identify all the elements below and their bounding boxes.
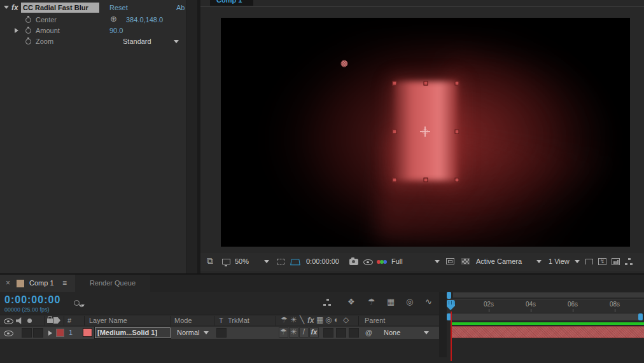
magnification-value[interactable]: 50%: [235, 257, 249, 265]
solid-color-swatch[interactable]: [83, 328, 92, 337]
motion-blur-column-icon[interactable]: ◎: [325, 316, 332, 324]
motion-blur-cell[interactable]: [336, 328, 346, 338]
composition-tab[interactable]: Comp 1: [210, 0, 253, 6]
camera-dropdown-arrow-icon[interactable]: [536, 260, 542, 263]
resolution-icon[interactable]: [446, 258, 454, 264]
param-value-center[interactable]: 384.0,148.0: [126, 16, 163, 24]
transparency-grid-icon[interactable]: [461, 258, 470, 264]
frame-blend-cell[interactable]: [323, 328, 333, 338]
navigator-start-handle[interactable]: [447, 292, 451, 299]
column-parent[interactable]: Parent: [365, 317, 385, 324]
monitor-icon[interactable]: [222, 259, 230, 264]
ecp-scrollbar[interactable]: [186, 0, 197, 273]
frame-blending-icon[interactable]: ▦: [387, 298, 395, 306]
stopwatch-icon[interactable]: [25, 28, 31, 34]
timeline-button-icon[interactable]: [612, 258, 620, 265]
work-area-bar[interactable]: [447, 313, 643, 320]
flowchart-button-icon[interactable]: [625, 258, 633, 265]
playhead-line[interactable]: [451, 312, 452, 361]
solo-toggle-cell[interactable]: [33, 328, 43, 338]
panel-divider[interactable]: [197, 0, 200, 273]
blend-mode-dropdown[interactable]: Normal: [173, 327, 213, 338]
layer-label-color[interactable]: [56, 329, 64, 337]
param-value-amount[interactable]: 90.0: [109, 27, 123, 34]
channel-value[interactable]: Full: [391, 257, 403, 265]
3d-layer-icon[interactable]: ◇: [343, 316, 349, 324]
audio-column-speaker-icon[interactable]: [16, 317, 23, 324]
effect-about-link[interactable]: Ab: [176, 4, 185, 11]
column-number[interactable]: #: [67, 317, 71, 324]
close-icon[interactable]: ×: [6, 278, 10, 287]
column-mode[interactable]: Mode: [174, 317, 192, 324]
zoom-dropdown-arrow-icon[interactable]: [174, 40, 179, 43]
camera-view-value[interactable]: Active Camera: [476, 257, 522, 265]
frame-blend-icon[interactable]: ▦: [316, 316, 323, 324]
composition-viewport[interactable]: [221, 18, 630, 247]
quality-icon[interactable]: ╲: [300, 316, 304, 324]
solo-column-icon[interactable]: [27, 318, 32, 323]
anchor-point-icon[interactable]: [420, 127, 430, 137]
shy-toggle[interactable]: ☂: [279, 327, 288, 338]
layer-row[interactable]: 1 [Medium...Solid 1] Normal ☂ ☀ / fx @ N…: [0, 326, 439, 339]
selection-handle[interactable]: [455, 81, 459, 86]
parent-pickwhip-icon[interactable]: @: [365, 329, 372, 336]
column-layer-name[interactable]: Layer Name: [89, 317, 127, 324]
effect-center-point[interactable]: [341, 60, 348, 67]
time-ruler[interactable]: 0s 02s 04s 06s 08s: [445, 299, 644, 313]
always-preview-icon[interactable]: ⧉: [207, 257, 213, 264]
stopwatch-icon[interactable]: [25, 39, 31, 45]
mini-flowchart-icon[interactable]: [323, 299, 332, 306]
trkmat-cell[interactable]: [216, 328, 227, 338]
effect-expand-icon[interactable]: [4, 6, 9, 9]
draft-3d-icon[interactable]: ❖: [347, 298, 355, 306]
panel-menu-icon[interactable]: ≡: [62, 278, 67, 287]
current-time-display[interactable]: 0:00:00:00: [4, 294, 60, 306]
playhead[interactable]: [446, 300, 455, 312]
selection-handle[interactable]: [455, 130, 459, 134]
selection-handle[interactable]: [393, 178, 397, 182]
effect-name[interactable]: CC Radial Fast Blur: [21, 3, 99, 13]
effect-reset-link[interactable]: Reset: [109, 4, 128, 11]
stopwatch-icon[interactable]: [25, 17, 31, 23]
effects-icon[interactable]: fx: [307, 316, 314, 325]
selection-handle[interactable]: [393, 81, 397, 86]
magnification-dropdown-arrow-icon[interactable]: [264, 260, 269, 263]
shy-icon[interactable]: ☂: [281, 316, 288, 324]
zoom-dropdown[interactable]: Standard: [123, 38, 151, 45]
motion-blur-icon[interactable]: ◎: [406, 298, 413, 306]
view-layout-value[interactable]: 1 View: [549, 257, 570, 265]
layer-visibility-eye-icon[interactable]: [4, 330, 13, 336]
safe-zones-icon[interactable]: [290, 259, 300, 266]
region-of-interest-icon[interactable]: [277, 259, 284, 264]
3d-cell[interactable]: [349, 328, 359, 338]
quality-toggle[interactable]: /: [299, 327, 309, 338]
show-snapshot-icon[interactable]: [363, 259, 373, 265]
video-column-eye-icon[interactable]: [4, 318, 13, 324]
layer-expand-icon[interactable]: [48, 331, 52, 336]
search-field[interactable]: [74, 299, 85, 307]
work-area-end-handle[interactable]: [638, 313, 643, 320]
selection-handle[interactable]: [424, 81, 428, 86]
column-t[interactable]: T: [219, 317, 223, 324]
view-layout-dropdown-arrow-icon[interactable]: [575, 260, 580, 263]
collapse-transformations-icon[interactable]: ☀: [290, 316, 297, 324]
fast-previews-icon[interactable]: ↯: [598, 258, 606, 265]
collapse-toggle[interactable]: ☀: [289, 327, 298, 338]
column-trkmat[interactable]: TrkMat: [228, 317, 249, 324]
time-navigator-bar[interactable]: [453, 292, 644, 298]
adjustment-layer-icon[interactable]: ◐: [334, 316, 339, 324]
show-channel-icon[interactable]: [377, 259, 387, 265]
effect-point-icon[interactable]: ⊕: [110, 15, 117, 23]
channel-dropdown-arrow-icon[interactable]: [435, 260, 440, 263]
lock-column-icon[interactable]: [47, 318, 53, 323]
viewer-timecode[interactable]: 0:00:00:00: [306, 257, 339, 265]
selection-handle[interactable]: [393, 130, 397, 134]
graph-editor-icon[interactable]: ∿: [425, 298, 432, 306]
pixel-aspect-correction-icon[interactable]: [585, 259, 593, 264]
param-expand-icon[interactable]: [15, 28, 18, 33]
shy-layers-icon[interactable]: ☂: [368, 298, 375, 306]
layer-name[interactable]: [Medium...Solid 1]: [95, 327, 171, 338]
layer-duration-bar[interactable]: [451, 326, 644, 338]
effects-toggle[interactable]: fx: [309, 327, 319, 338]
label-column-tag-icon[interactable]: [53, 317, 60, 324]
